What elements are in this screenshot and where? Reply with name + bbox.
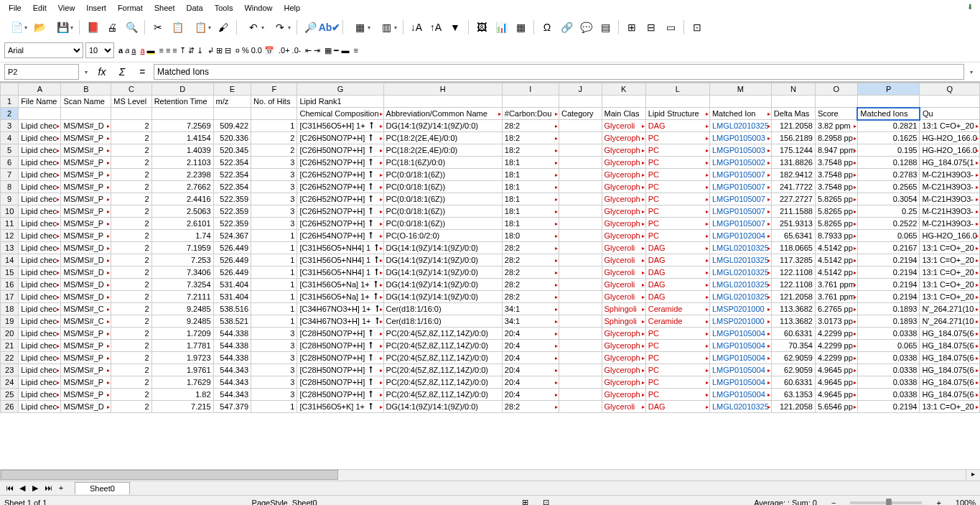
split-button[interactable]: ⊟ <box>643 19 660 36</box>
cell[interactable]: LMSP0201000▸ <box>709 303 771 315</box>
cell[interactable] <box>151 108 213 120</box>
col-header-N[interactable]: N <box>771 83 815 96</box>
cell[interactable]: DAG▸ <box>645 291 709 303</box>
tab-add-button[interactable]: + <box>55 483 67 493</box>
cell[interactable]: Glyceroli▸ <box>602 267 645 279</box>
name-box[interactable] <box>4 64 79 80</box>
cell[interactable]: 3.0173 pp▸ <box>815 315 857 328</box>
cell[interactable]: 2 <box>111 120 151 132</box>
cell[interactable]: 2 <box>111 218 151 230</box>
cell[interactable]: 4.2299 pp▸ <box>815 328 857 340</box>
cell[interactable]: DG(14:1(9Z)/14:1(9Z)/0:0) <box>383 267 502 279</box>
cell[interactable]: HG_184.075(6▸ <box>920 389 980 401</box>
cell[interactable]: DG(14:1(9Z)/14:1(9Z)/0:0) <box>383 279 502 291</box>
cell[interactable] <box>559 96 602 108</box>
cond-format-button[interactable]: ≡ <box>353 46 358 55</box>
cell[interactable]: Score <box>815 108 857 120</box>
status-insert-mode[interactable]: ⊞ <box>522 498 528 505</box>
formula-input[interactable] <box>154 64 964 80</box>
cell[interactable]: 3 <box>251 181 297 193</box>
sort-desc-button[interactable]: ↑A <box>427 19 444 36</box>
cell[interactable]: 5.8265 pp▸ <box>815 218 857 230</box>
cell[interactable]: 62.9059 <box>771 364 815 376</box>
col-header-P[interactable]: P <box>857 83 920 96</box>
cell[interactable]: MS/MS#_P▸ <box>61 218 111 230</box>
cell[interactable]: 0.195 <box>857 144 920 157</box>
cell[interactable]: 18:1▸ <box>502 205 559 218</box>
cell[interactable]: DAG▸ <box>645 401 709 413</box>
cell[interactable]: 13:1 C=O+_20▸ <box>920 242 980 254</box>
freeze-button[interactable]: ⊞ <box>623 19 640 36</box>
cell[interactable] <box>559 267 602 279</box>
cell[interactable]: Glyceroph▸ <box>602 144 645 157</box>
cell[interactable]: PC▸ <box>645 340 709 352</box>
cell[interactable]: 520.336 <box>213 132 251 144</box>
cell[interactable]: 20:4▸ <box>502 376 559 389</box>
pivot-button[interactable]: ▦ <box>512 19 529 36</box>
zoom-in-button[interactable]: + <box>936 499 941 506</box>
cell[interactable]: 2 <box>111 193 151 205</box>
cell[interactable]: HG_184.075(6▸ <box>920 340 980 352</box>
cell[interactable]: PC(20:4(5Z,8Z,11Z,14Z)/0:0) <box>383 340 502 352</box>
cell[interactable]: #Carbon:Dou▸ <box>502 108 559 120</box>
cell[interactable]: Lipid chec▸ <box>19 193 61 205</box>
cell[interactable]: 3 <box>251 364 297 376</box>
new-doc-button[interactable]: 📄 <box>4 19 29 36</box>
cell[interactable] <box>559 193 602 205</box>
cell[interactable]: Lipid chec▸ <box>19 181 61 193</box>
cell[interactable]: Lipid chec▸ <box>19 303 61 315</box>
cell[interactable] <box>559 340 602 352</box>
undo-button[interactable]: ↶ <box>241 19 266 36</box>
cell[interactable]: 20:4▸ <box>502 328 559 340</box>
comment-button[interactable]: 💬 <box>577 19 594 36</box>
equals-button[interactable]: = <box>134 64 151 80</box>
cell[interactable] <box>559 328 602 340</box>
cell[interactable]: Lipid chec▸ <box>19 291 61 303</box>
currency-button[interactable]: ¤ <box>235 46 240 55</box>
cell[interactable]: PC▸ <box>645 328 709 340</box>
cell[interactable]: 547.379 <box>213 401 251 413</box>
cell[interactable]: [C26H50NO7P+H] 🠕▸ <box>297 144 383 157</box>
cell[interactable] <box>559 181 602 193</box>
cell[interactable]: Lipid chec▸ <box>19 144 61 157</box>
align-left-button[interactable]: ≡ <box>159 46 164 55</box>
cell[interactable]: N'_264.271(10▸ <box>920 315 980 328</box>
cell[interactable]: LMGP0105007▸ <box>709 193 771 205</box>
cell[interactable]: 2 <box>111 205 151 218</box>
menu-edit[interactable]: Edit <box>27 2 52 14</box>
cell[interactable]: Lipid chec▸ <box>19 242 61 254</box>
cell[interactable]: 0.065 <box>857 340 920 352</box>
col-header-C[interactable]: C <box>111 83 151 96</box>
cell[interactable]: 18:1▸ <box>502 157 559 169</box>
menu-file[interactable]: File <box>3 2 27 14</box>
bold-button[interactable]: a <box>118 46 123 55</box>
cell[interactable]: 1.4154 <box>151 132 213 144</box>
cell[interactable]: 1 <box>251 401 297 413</box>
cell[interactable]: 2 <box>111 230 151 242</box>
cell[interactable]: 2.2398 <box>151 169 213 181</box>
cell[interactable]: 5.6546 pp▸ <box>815 401 857 413</box>
cell[interactable]: LMGL02010325▸ <box>709 279 771 291</box>
row-header[interactable]: 2 <box>1 108 19 120</box>
cell[interactable]: Glyceroli▸ <box>602 120 645 132</box>
cell[interactable]: Lipid chec▸ <box>19 315 61 328</box>
cell[interactable]: PC▸ <box>645 376 709 389</box>
cell[interactable]: Lipid chec▸ <box>19 376 61 389</box>
cell[interactable]: PC(20:4(5Z,8Z,11Z,14Z)/0:0) <box>383 364 502 376</box>
zoom-level[interactable]: 100% <box>956 499 976 506</box>
cell[interactable]: MS/MS#_P▸ <box>61 169 111 181</box>
cell[interactable]: 544.338 <box>213 340 251 352</box>
cell[interactable]: Glyceroph▸ <box>602 230 645 242</box>
tab-last-button[interactable]: ⏭ <box>42 483 55 493</box>
scroll-right-button[interactable]: ▸ <box>966 470 980 481</box>
cell[interactable]: M-C21H39O3-▸ <box>920 205 980 218</box>
cell[interactable]: 117.3285 <box>771 254 815 267</box>
col-header-H[interactable]: H <box>383 83 502 96</box>
cell[interactable]: 9.2485 <box>151 303 213 315</box>
cell[interactable] <box>559 169 602 181</box>
cell[interactable]: 28:2▸ <box>502 267 559 279</box>
cell[interactable]: 0.0338 <box>857 389 920 401</box>
indent-inc-button[interactable]: ⇥ <box>314 46 320 55</box>
menu-view[interactable]: View <box>52 2 81 14</box>
cell[interactable]: 241.7722 <box>771 181 815 193</box>
